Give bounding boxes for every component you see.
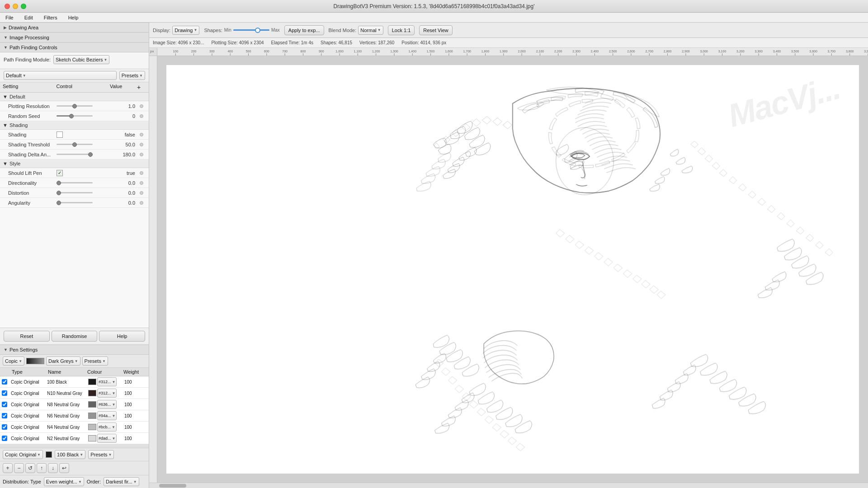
display-select[interactable]: Drawing ▼ bbox=[172, 26, 199, 35]
row-plotting-resolution: Plotting Resolution 1.0 bbox=[0, 101, 149, 111]
group-style[interactable]: ▼ Style bbox=[0, 160, 149, 168]
angularity-slider[interactable] bbox=[57, 202, 93, 203]
plotting-resolution-reset-dot[interactable] bbox=[140, 104, 143, 108]
reset-button[interactable]: Reset bbox=[4, 331, 50, 342]
remove-pen-button[interactable]: − bbox=[14, 463, 24, 473]
move-up-button[interactable]: ↑ bbox=[37, 463, 47, 473]
group-default[interactable]: ▼ Default bbox=[0, 93, 149, 101]
minimize-button[interactable] bbox=[13, 4, 18, 9]
shading-reset-dot[interactable] bbox=[140, 133, 143, 136]
shapes-max-label: Max bbox=[271, 28, 280, 33]
randomise-button[interactable]: Randomise bbox=[52, 331, 98, 342]
pen-row-5[interactable]: Copic Original N2 Neutral Gray #dad... ▼… bbox=[0, 433, 149, 444]
col-value: Value bbox=[110, 84, 137, 91]
pen-check-2[interactable] bbox=[2, 402, 7, 407]
pen-check-4[interactable] bbox=[2, 424, 7, 430]
close-button[interactable] bbox=[5, 4, 10, 9]
pen-color-select-1[interactable]: #312... ▼ bbox=[97, 389, 117, 398]
lock-button[interactable]: Lock 1:1 bbox=[388, 25, 415, 35]
shading-delta-slider[interactable] bbox=[57, 154, 93, 155]
pen-color-select-2[interactable]: #636... ▼ bbox=[97, 400, 117, 409]
pen-color-select-5[interactable]: #dad... ▼ bbox=[97, 434, 117, 443]
canvas-viewport[interactable]: MacVj... bbox=[157, 56, 868, 483]
sidebar-section-path-finding[interactable]: ▼ Path Finding Controls bbox=[0, 42, 149, 52]
bottom-name-select[interactable]: 100 Black ▼ bbox=[55, 450, 85, 459]
undo-pen-button[interactable]: ↩ bbox=[59, 463, 69, 473]
col-add[interactable]: + bbox=[137, 84, 146, 91]
menu-help[interactable]: Help bbox=[66, 15, 80, 20]
distortion-slider[interactable] bbox=[57, 192, 93, 193]
pen-col-check bbox=[3, 369, 12, 375]
presets-select[interactable]: Presets ▼ bbox=[119, 71, 145, 80]
pen-type-select[interactable]: Copic ▼ bbox=[3, 357, 24, 366]
default-select[interactable]: Default ▼ bbox=[4, 71, 117, 80]
pen-settings-label: Pen Settings bbox=[9, 347, 38, 352]
directionality-reset-dot[interactable] bbox=[140, 181, 143, 185]
drawing-canvas: MacVj... bbox=[166, 65, 859, 474]
pen-color-cell-2: #636... ▼ bbox=[88, 400, 124, 409]
order-select[interactable]: Darkest fir... ▼ bbox=[104, 477, 139, 486]
random-seed-reset-dot[interactable] bbox=[140, 114, 143, 118]
pen-row-3[interactable]: Copic Original N6 Neutral Gray #94a... ▼… bbox=[0, 410, 149, 422]
pen-check-3[interactable] bbox=[2, 413, 7, 418]
pen-row-0[interactable]: Copic Original 100 Black #312... ▼ 100 bbox=[0, 376, 149, 388]
distribution-type-select[interactable]: Even weight... ▼ bbox=[44, 477, 84, 486]
pen-row-1[interactable]: Copic Original N10 Neutral Gray #312... … bbox=[0, 388, 149, 399]
add-pen-button[interactable]: + bbox=[3, 463, 13, 473]
svg-text:3,900: 3,900 bbox=[864, 50, 868, 53]
shading-threshold-slider[interactable] bbox=[57, 144, 93, 145]
sidebar-section-image-processing[interactable]: ▼ Image Processing bbox=[0, 33, 149, 42]
apply-button[interactable]: Apply to exp... bbox=[284, 25, 324, 35]
horizontal-scrollbar[interactable] bbox=[149, 483, 868, 488]
pen-color-select-3[interactable]: #94a... ▼ bbox=[97, 411, 117, 420]
shading-threshold-label: Shading Threshold bbox=[3, 142, 57, 147]
shapes-slider[interactable] bbox=[233, 29, 269, 31]
svg-text:2,800: 2,800 bbox=[664, 50, 672, 53]
shading-threshold-reset-dot[interactable] bbox=[140, 143, 143, 146]
distortion-reset-dot[interactable] bbox=[140, 191, 143, 195]
pen-presets-select[interactable]: Presets ▼ bbox=[82, 357, 108, 366]
pen-type-value: Copic bbox=[5, 358, 18, 364]
pen-check-0[interactable] bbox=[2, 379, 7, 385]
blend-mode-select[interactable]: Normal ▼ bbox=[358, 26, 383, 35]
pen-scrollbar[interactable] bbox=[0, 444, 149, 448]
help-button[interactable]: Help bbox=[99, 331, 145, 342]
menu-filters[interactable]: Filters bbox=[42, 15, 59, 20]
pen-row-2[interactable]: Copic Original N8 Neutral Gray #636... ▼… bbox=[0, 399, 149, 410]
random-seed-slider[interactable] bbox=[57, 115, 93, 117]
distribution-bar: Distribution: Type Even weight... ▼ Orde… bbox=[0, 475, 149, 488]
menu-edit[interactable]: Edit bbox=[23, 15, 35, 20]
reset-pen-button[interactable]: ↺ bbox=[25, 463, 35, 473]
pen-name-5: N2 Neutral Gray bbox=[47, 436, 88, 441]
sidebar-section-drawing-area[interactable]: ▶ Drawing Area bbox=[0, 23, 149, 33]
shading-threshold-value: 50.0 bbox=[110, 142, 137, 147]
directionality-slider[interactable] bbox=[57, 182, 93, 183]
maximize-button[interactable] bbox=[21, 4, 26, 9]
color-preset-select[interactable]: Dark Greys ▼ bbox=[46, 357, 80, 366]
pen-row-4[interactable]: Copic Original N4 Neutral Gray #bcb... ▼… bbox=[0, 422, 149, 433]
pen-check-5[interactable] bbox=[2, 436, 7, 441]
angularity-reset-dot[interactable] bbox=[140, 201, 143, 205]
pen-settings-area: ▼ Pen Settings Copic ▼ Dark Greys ▼ Pres… bbox=[0, 344, 149, 488]
move-down-button[interactable]: ↓ bbox=[48, 463, 58, 473]
reset-view-button[interactable]: Reset View bbox=[419, 25, 452, 35]
bottom-presets-dropdown-arrow: ▼ bbox=[108, 453, 112, 457]
pen-color-select-4[interactable]: #bcb... ▼ bbox=[97, 422, 117, 432]
pen-color-select-0[interactable]: #312... ▼ bbox=[97, 377, 117, 386]
plotting-resolution-slider[interactable] bbox=[57, 105, 93, 107]
scrollbar-thumb[interactable] bbox=[159, 484, 186, 488]
menu-file[interactable]: File bbox=[4, 15, 15, 20]
distortion-label: Distortion bbox=[3, 190, 57, 196]
shading-delta-reset-dot[interactable] bbox=[140, 153, 143, 156]
titlebar: DrawingBotV3 Premium Version: 1.5.3, '8d… bbox=[0, 0, 868, 13]
group-shading[interactable]: ▼ Shading bbox=[0, 121, 149, 130]
shading-checkbox[interactable] bbox=[57, 131, 63, 138]
lift-pen-reset-dot[interactable] bbox=[140, 171, 143, 175]
angularity-slider-container bbox=[57, 202, 110, 203]
lift-pen-checkbox[interactable]: ✓ bbox=[57, 170, 63, 176]
pen-settings-header[interactable]: ▼ Pen Settings bbox=[0, 345, 149, 355]
pen-check-1[interactable] bbox=[2, 390, 7, 396]
pfm-select[interactable]: Sketch Cubic Beziers ▼ bbox=[53, 55, 109, 64]
bottom-type-select[interactable]: Copic Original ▼ bbox=[3, 450, 43, 459]
bottom-presets-select[interactable]: Presets ▼ bbox=[88, 450, 114, 459]
